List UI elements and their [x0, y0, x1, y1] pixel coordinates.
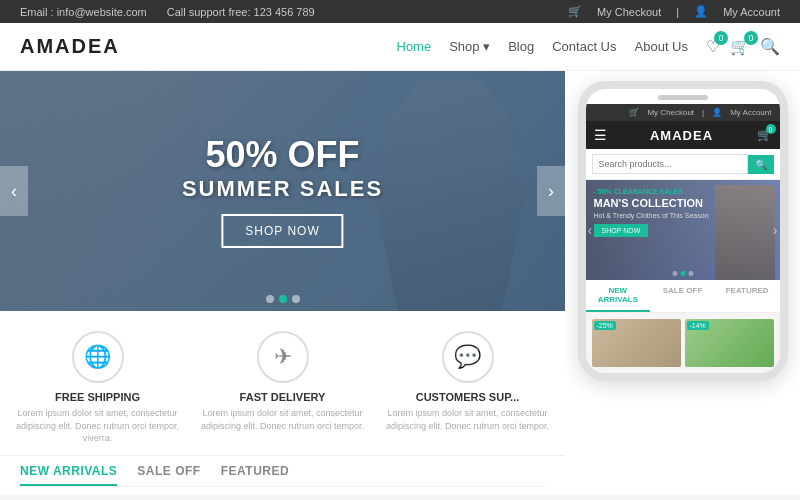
mobile-dot-2[interactable]: [680, 271, 685, 276]
nav-shop[interactable]: Shop ▾: [449, 39, 490, 54]
tab-new-arrivals[interactable]: NEW ARRIVALS: [20, 464, 117, 486]
mobile-hero-person: [715, 185, 775, 280]
mobile-topbar: 🛒 My Checkout | 👤 My Account: [586, 104, 780, 121]
tab-featured[interactable]: FEATURED: [221, 464, 289, 486]
slider-next-button[interactable]: ›: [537, 166, 565, 216]
mobile-product-tabs: NEW ARRIVALS SALE OFF FEATURED: [586, 280, 780, 313]
mobile-hero-cta-button[interactable]: SHOP NOW: [594, 224, 649, 237]
nav-about[interactable]: About Us: [635, 39, 688, 54]
desktop-panel: ‹ › 50% OFF SUMMER SALES SHOP NOW 🌐 FREE…: [0, 71, 565, 495]
mobile-product-badge-2: -14%: [687, 321, 709, 330]
cart-button[interactable]: 🛒 0: [730, 37, 750, 56]
account-link[interactable]: My Account: [723, 6, 780, 18]
mobile-tab-featured[interactable]: FEATURED: [715, 280, 780, 312]
mobile-product-1[interactable]: -25%: [592, 319, 681, 367]
nav-icons: ♡ 0 🛒 0 🔍: [706, 37, 780, 56]
top-bar-right: 🛒 My Checkout | 👤 My Account: [568, 5, 780, 18]
shipping-title: FREE SHIPPING: [10, 391, 185, 403]
email-info: Email : info@website.com: [20, 6, 147, 18]
slider-dot-2[interactable]: [279, 295, 287, 303]
nav-home[interactable]: Home: [397, 39, 432, 54]
hero-cta-button[interactable]: SHOP NOW: [221, 214, 343, 248]
mobile-account-label[interactable]: My Account: [730, 108, 771, 117]
support-desc: Lorem ipsum dolor sit amet, consectetur …: [380, 407, 555, 432]
checkout-link[interactable]: My Checkout: [597, 6, 661, 18]
hero-subtitle: SUMMER SALES: [182, 176, 383, 202]
mobile-cart-badge: 0: [766, 124, 776, 134]
site-logo[interactable]: AMADEA: [20, 35, 120, 58]
cart-count: 0: [744, 31, 758, 45]
mobile-logo[interactable]: AMADEA: [650, 128, 713, 143]
mobile-checkout-label[interactable]: My Checkout: [647, 108, 694, 117]
phone-screen: 🛒 My Checkout | 👤 My Account ☰ AMADEA 🛒 …: [586, 104, 780, 373]
mobile-dot-3[interactable]: [688, 271, 693, 276]
hero-slider: ‹ › 50% OFF SUMMER SALES SHOP NOW: [0, 71, 565, 311]
mobile-tab-sale-off[interactable]: SALE OFF: [650, 280, 715, 312]
hero-sale-text: 50% OFF: [182, 134, 383, 176]
feature-shipping: 🌐 FREE SHIPPING Lorem ipsum dolor sit am…: [10, 331, 185, 445]
slider-dot-3[interactable]: [292, 295, 300, 303]
phone-speaker: [658, 95, 708, 100]
mobile-header: ☰ AMADEA 🛒 0: [586, 121, 780, 149]
mobile-hero-subtitle: Hot & Trendy Clothes of This Season: [594, 212, 709, 219]
nav-contact[interactable]: Contact Us: [552, 39, 616, 54]
mobile-search-bar: 🔍: [586, 149, 780, 180]
product-tabs: NEW ARRIVALS SALE OFF FEATURED: [20, 464, 545, 487]
account-icon: 👤: [694, 5, 708, 18]
search-button[interactable]: 🔍: [760, 37, 780, 56]
nav-blog[interactable]: Blog: [508, 39, 534, 54]
mobile-search-button[interactable]: 🔍: [748, 155, 774, 174]
mobile-slider-dots: [672, 271, 693, 276]
shipping-desc: Lorem ipsum dolor sit amet, consectetur …: [10, 407, 185, 445]
mobile-hero-content: - 50% CLEARANCE SALES MAN'S COLLECTION H…: [594, 188, 709, 237]
mobile-tab-new-arrivals[interactable]: NEW ARRIVALS: [586, 280, 651, 312]
slider-dots: [266, 295, 300, 303]
mobile-dot-1[interactable]: [672, 271, 677, 276]
checkout-icon: 🛒: [568, 5, 582, 18]
support-title: CUSTOMERS SUP...: [380, 391, 555, 403]
mobile-hero-slider: - 50% CLEARANCE SALES MAN'S COLLECTION H…: [586, 180, 780, 280]
mobile-product-2[interactable]: -14%: [685, 319, 774, 367]
mobile-cart-icon[interactable]: 🛒 0: [757, 128, 772, 142]
tab-sale-off[interactable]: SALE OFF: [137, 464, 200, 486]
wishlist-count: 0: [714, 31, 728, 45]
features-section: 🌐 FREE SHIPPING Lorem ipsum dolor sit am…: [0, 311, 565, 456]
hero-person-silhouette: [375, 81, 525, 311]
phone-mockup: 🛒 My Checkout | 👤 My Account ☰ AMADEA 🛒 …: [578, 81, 788, 381]
delivery-desc: Lorem ipsum dolor sit amet, consectetur …: [195, 407, 370, 432]
separator: |: [676, 6, 679, 18]
mobile-hero-title: MAN'S COLLECTION: [594, 197, 709, 210]
mobile-slider-next[interactable]: ›: [773, 222, 778, 238]
main-content: ‹ › 50% OFF SUMMER SALES SHOP NOW 🌐 FREE…: [0, 71, 800, 495]
mobile-checkout-icon: 🛒: [629, 108, 639, 117]
feature-delivery: ✈ FAST DELIVERY Lorem ipsum dolor sit am…: [195, 331, 370, 445]
mobile-slider-prev[interactable]: ‹: [588, 222, 593, 238]
main-nav: Home Shop ▾ Blog Contact Us About Us ♡ 0…: [397, 37, 781, 56]
shipping-icon: 🌐: [72, 331, 124, 383]
product-tabs-section: NEW ARRIVALS SALE OFF FEATURED: [0, 456, 565, 487]
delivery-icon: ✈: [257, 331, 309, 383]
top-bar: Email : info@website.com Call support fr…: [0, 0, 800, 23]
top-bar-left: Email : info@website.com Call support fr…: [20, 6, 315, 18]
mobile-separator: |: [702, 108, 704, 117]
support-icon: 💬: [442, 331, 494, 383]
slider-prev-button[interactable]: ‹: [0, 166, 28, 216]
delivery-title: FAST DELIVERY: [195, 391, 370, 403]
phone-info: Call support free: 123 456 789: [167, 6, 315, 18]
mobile-panel: 🛒 My Checkout | 👤 My Account ☰ AMADEA 🛒 …: [565, 71, 800, 495]
mobile-hero-tag: - 50% CLEARANCE SALES: [594, 188, 709, 195]
hero-content: 50% OFF SUMMER SALES SHOP NOW: [182, 134, 383, 248]
feature-support: 💬 CUSTOMERS SUP... Lorem ipsum dolor sit…: [380, 331, 555, 445]
wishlist-button[interactable]: ♡ 0: [706, 37, 720, 56]
mobile-products: -25% -14%: [586, 313, 780, 373]
products-preview: -25% -14% -18%: [0, 487, 565, 495]
slider-dot-1[interactable]: [266, 295, 274, 303]
header: AMADEA Home Shop ▾ Blog Contact Us About…: [0, 23, 800, 71]
mobile-product-badge-1: -25%: [594, 321, 616, 330]
mobile-search-input[interactable]: [592, 154, 748, 174]
mobile-account-icon: 👤: [712, 108, 722, 117]
mobile-menu-icon[interactable]: ☰: [594, 127, 607, 143]
